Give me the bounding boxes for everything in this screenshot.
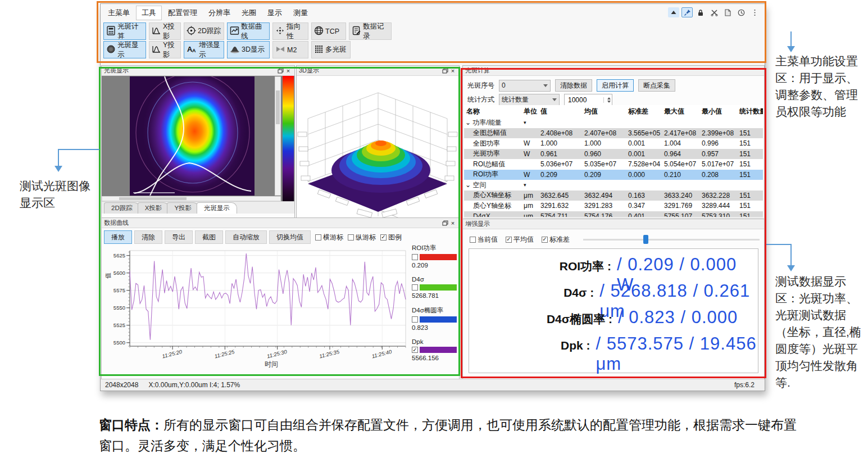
stat-count-spinner[interactable]: 10000 (564, 94, 612, 106)
toolbar-button[interactable]: 光斑计算 (103, 22, 146, 40)
arrow-line (790, 31, 792, 46)
table-row[interactable]: 全图功率W1.0001.0000.0011.0040.996151 (464, 138, 763, 149)
table-group-row[interactable]: ⌄ 空间▾ (464, 180, 763, 191)
surface3d-icon (230, 44, 240, 56)
curve-button[interactable]: 导出 (165, 230, 193, 244)
table-row[interactable]: 全图总幅值2.408e+082.407e+083.565e+052.417e+0… (464, 128, 763, 139)
stat-mode-select[interactable]: 统计数量 (499, 94, 560, 106)
table-row[interactable]: 光斑功率W0.9610.9600.0010.9640.957151 (464, 149, 763, 160)
menu-item[interactable]: 光圈 (237, 6, 261, 20)
menu-item[interactable]: 工具 (136, 6, 162, 20)
lock-icon[interactable] (695, 7, 706, 17)
float-icon[interactable] (441, 67, 449, 74)
annotation-image-area: 测试光斑图像显示区 (20, 178, 101, 211)
clear-data-button[interactable]: 清除数据 (555, 79, 592, 92)
collapse-icon[interactable] (668, 7, 679, 17)
svg-text:11:25:35: 11:25:35 (319, 348, 340, 360)
spot-calc-controls-row1: 光斑序号 0 清除数据 启用计算 断点采集 (467, 79, 675, 92)
toolbar-button[interactable]: 数据记录 (349, 22, 392, 40)
arrow-line (790, 244, 792, 265)
arrow-head (54, 166, 62, 172)
curve-button[interactable]: 清除 (134, 230, 162, 244)
enable-calc-button[interactable]: 启用计算 (597, 79, 634, 92)
table-row[interactable]: D4σXμm5754.7115754.1760.4015755.1075753.… (464, 211, 763, 217)
toolbar-button[interactable]: 2D跟踪 (184, 22, 224, 40)
close-icon[interactable]: × (284, 67, 292, 74)
curve-button[interactable]: 播放 (104, 230, 132, 244)
curve-button[interactable]: 切换均值 (269, 230, 311, 244)
menu-item[interactable]: 显示 (262, 6, 287, 20)
curve-button[interactable]: 自动缩放 (225, 230, 267, 244)
beam-image-area (102, 76, 294, 201)
spot-calc-title: 光斑计算 (465, 66, 490, 75)
close-icon[interactable]: × (449, 67, 457, 74)
cut-icon[interactable] (708, 7, 720, 17)
colorbar (283, 76, 294, 201)
tab-Y投影[interactable]: Y投影 (167, 202, 199, 214)
curve-button[interactable]: 截图 (195, 230, 223, 244)
spot-calc-panel: 光斑计算 光斑序号 0 清除数据 启用计算 断点采集 统计方式 统计数量 100… (462, 65, 765, 221)
enhanced-icon: AA (187, 44, 197, 56)
enhanced-checkbox[interactable]: 当前值 (470, 235, 498, 244)
legend-checkbox[interactable]: ✓ (412, 347, 418, 353)
curve-icon (230, 26, 239, 37)
toolbar-button[interactable]: X投影 (149, 22, 181, 40)
status-bar: 2048x2048 X:0.00um,Y:0.00um I:4; 1.57% f… (101, 379, 765, 391)
enhanced-checkbox[interactable]: ✓平均值 (506, 235, 534, 244)
more-icon[interactable] (749, 7, 760, 17)
close-icon[interactable]: × (449, 219, 457, 226)
history-icon[interactable] (735, 7, 747, 17)
table-row[interactable]: ROI功率W0.2090.2090.0000.2100.208151 (464, 170, 763, 180)
legend-checkbox[interactable] (412, 316, 418, 323)
data-curve-title: 数据曲线 (104, 219, 129, 227)
data-curve-toolbar: 播放清除导出截图自动缩放切换均值横游标纵游标✓图例 (104, 230, 402, 244)
legend-checkbox[interactable] (412, 254, 418, 260)
toolbar-button[interactable]: 多光斑 (311, 41, 351, 58)
breakpoint-button[interactable]: 断点采集 (638, 79, 675, 92)
toolbar-button[interactable]: M2 (272, 41, 308, 58)
table-row[interactable]: 质心X轴坐标μm3632.6453632.4940.1633633.240363… (464, 191, 763, 201)
svg-text:11:25:25: 11:25:25 (214, 348, 236, 360)
curve-checkbox[interactable]: 横游标 (315, 233, 343, 242)
spot-display-panel: 光斑显示 × 2D跟踪X投影Y投影光斑显示 (101, 65, 295, 218)
menu-item[interactable]: 分辨率 (203, 6, 235, 20)
curve-checkbox[interactable]: ✓图例 (380, 233, 402, 242)
float-icon[interactable] (441, 219, 449, 226)
pin-icon[interactable] (681, 7, 693, 17)
table-row[interactable]: ROI总幅值5.036e+075.035e+077.528e+045.054e+… (464, 159, 763, 170)
svg-text:5525: 5525 (113, 322, 125, 328)
enhanced-checkbox[interactable]: ✓标准差 (542, 235, 570, 244)
3d-surface-view[interactable] (297, 76, 459, 220)
toolbar-button[interactable]: 指向性 (272, 22, 308, 40)
legend-checkbox[interactable] (412, 284, 418, 291)
vertical-scrollbar[interactable] (275, 76, 281, 196)
beam-image[interactable] (130, 76, 255, 196)
toolbar-button[interactable]: 光斑显示 (103, 41, 146, 58)
menu-item[interactable]: 测量 (288, 6, 313, 20)
toolbar-button[interactable]: TCP (311, 22, 346, 40)
3d-title: 3D显示 (299, 66, 319, 75)
status-fps: fps:6.2 (734, 381, 755, 389)
menu-item[interactable]: 配置管理 (163, 6, 202, 20)
table-group-row[interactable]: ⌄ 功率/能量▾ (464, 117, 763, 128)
svg-text:5600: 5600 (113, 270, 125, 276)
table-row[interactable]: 质心Y轴坐标μm3291.6323291.2830.3473291.769328… (464, 201, 763, 211)
enhanced-slider[interactable] (583, 235, 760, 244)
spot-index-select[interactable]: 0 (499, 80, 551, 92)
enhanced-readouts: ROI功率 : / 0.209 / 0.000 WD4σ : / 5268.81… (469, 248, 758, 373)
tab-2D跟踪[interactable]: 2D跟踪 (104, 202, 140, 214)
svg-text:5625: 5625 (113, 252, 125, 259)
toolbar-button[interactable]: 3D显示 (227, 41, 270, 58)
file-icon[interactable] (722, 7, 733, 17)
toolbar-button[interactable]: 数据曲线 (227, 22, 270, 40)
toolbar-button[interactable]: AA增强显示 (184, 41, 224, 58)
curve-checkbox[interactable]: 纵游标 (348, 233, 376, 242)
chart-y-axis-label: 值 (104, 273, 112, 279)
stat-mode-label: 统计方式 (467, 95, 494, 105)
toolbar-button[interactable]: Y投影 (149, 41, 181, 58)
tab-X投影[interactable]: X投影 (138, 202, 170, 214)
float-icon[interactable] (276, 67, 284, 74)
horizontal-scrollbar[interactable] (102, 196, 281, 201)
tab-光斑显示[interactable]: 光斑显示 (197, 202, 237, 214)
menu-item[interactable]: 主菜单 (103, 6, 135, 20)
